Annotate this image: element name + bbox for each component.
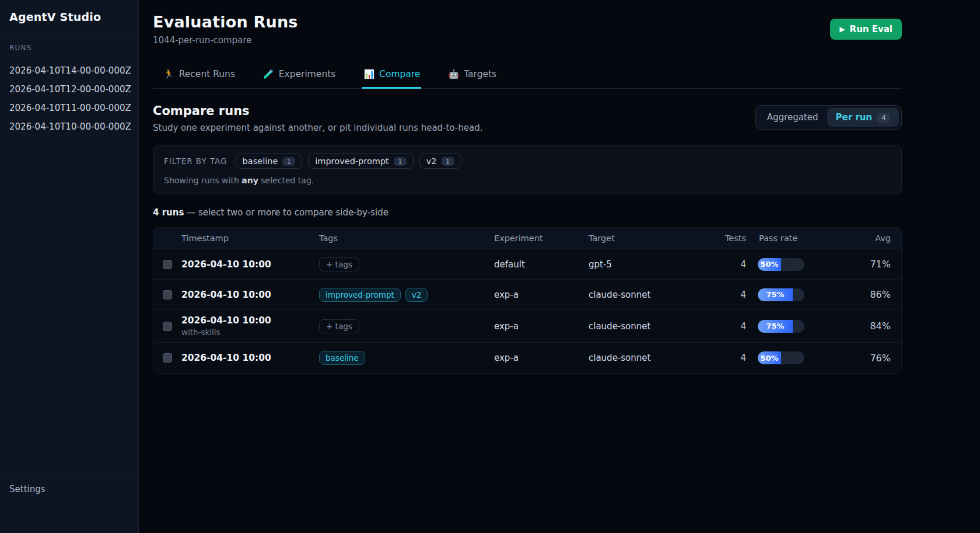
filter-tag-count: 1	[282, 157, 295, 166]
tab-targets[interactable]: 🤖Targets	[447, 63, 498, 89]
filter-hint-prefix: Showing runs with	[164, 176, 242, 185]
add-tags-button[interactable]: + tags	[319, 257, 359, 271]
target-cell: claude-sonnet	[589, 353, 714, 363]
app-title: AgentV Studio	[0, 0, 138, 33]
run-eval-button[interactable]: ▶ Run Eval	[830, 19, 902, 40]
avg-cell: 76%	[816, 353, 891, 364]
filter-tag-name: v2	[426, 156, 437, 166]
run-tag-v2[interactable]: v2	[405, 288, 428, 302]
pass-rate-fill: 50%	[758, 258, 781, 271]
filter-label: FILTER BY TAG	[164, 156, 228, 166]
add-tags-button[interactable]: + tags	[319, 319, 359, 333]
col-tags: Tags	[319, 234, 494, 243]
table-row: 2026-04-10 10:00with-skills+ tagsexp-acl…	[153, 310, 901, 343]
experiment-cell: exp-a	[494, 353, 589, 363]
pass-rate-label: 50%	[760, 260, 778, 269]
pass-rate-label: 75%	[766, 322, 784, 330]
avg-cell: 84%	[816, 321, 891, 332]
filter-tag-improved-prompt[interactable]: improved-prompt1	[308, 154, 414, 169]
row-checkbox[interactable]	[163, 322, 172, 331]
filter-tag-count: 1	[442, 157, 454, 166]
robot-icon: 🤖	[448, 69, 459, 79]
page-header: Evaluation Runs 1044-per-run-compare ▶ R…	[153, 13, 902, 46]
tags-cell: + tags	[319, 319, 494, 333]
tags-cell: baseline	[319, 351, 494, 365]
col-avg: Avg	[816, 234, 891, 243]
runs-summary-count: 4 runs	[153, 207, 184, 218]
pass-rate-cell: 75%	[746, 320, 816, 333]
avg-cell: 86%	[816, 289, 891, 300]
run-eval-label: Run Eval	[850, 24, 892, 34]
row-timestamp: 2026-04-10 10:00	[181, 259, 319, 270]
table-body: 2026-04-10 10:00+ tagsdefaultgpt-5450%71…	[153, 249, 901, 373]
tags-cell: + tags	[319, 257, 494, 271]
pass-rate-cell: 50%	[746, 351, 816, 364]
avg-cell: 71%	[816, 259, 891, 270]
filter-tag-count: 1	[394, 157, 407, 166]
row-subtitle: with-skills	[181, 328, 319, 337]
checkbox-cell	[153, 260, 181, 269]
sidebar-run-item[interactable]: 2026-04-10T12-00-00-000Z	[9, 80, 129, 99]
runs-summary-text: — select two or more to compare side-by-…	[184, 207, 388, 218]
pass-rate-label: 50%	[760, 354, 778, 363]
pass-rate-bar: 75%	[758, 320, 804, 333]
runs-summary: 4 runs — select two or more to compare s…	[153, 207, 902, 218]
filter-tag-baseline[interactable]: baseline1	[236, 154, 303, 169]
timestamp-cell: 2026-04-10 10:00	[181, 347, 319, 368]
runs-table: Timestamp Tags Experiment Target Tests P…	[153, 227, 902, 374]
run-tag-baseline[interactable]: baseline	[319, 351, 365, 365]
pass-rate-label: 75%	[766, 290, 784, 299]
col-target: Target	[589, 234, 714, 243]
page-title: Evaluation Runs	[153, 13, 902, 31]
main-area: Evaluation Runs 1044-per-run-compare ▶ R…	[139, 0, 980, 533]
tags-cell: improved-promptv2	[319, 288, 494, 302]
row-checkbox[interactable]	[163, 353, 172, 363]
settings-link[interactable]: Settings	[0, 476, 138, 533]
tab-experiments[interactable]: 🧪Experiments	[262, 63, 337, 89]
experiment-cell: exp-a	[494, 290, 589, 300]
tests-cell: 4	[714, 290, 746, 300]
pass-rate-fill: 75%	[758, 288, 793, 301]
filter-tag-v2[interactable]: v21	[419, 154, 461, 169]
runner-icon: 🏃	[163, 69, 174, 79]
row-timestamp: 2026-04-10 10:00	[181, 353, 319, 363]
timestamp-cell: 2026-04-10 10:00	[181, 284, 319, 305]
checkbox-cell	[153, 322, 181, 331]
tests-cell: 4	[714, 321, 746, 332]
checkbox-cell	[153, 353, 181, 363]
timestamp-cell: 2026-04-10 10:00	[181, 254, 319, 275]
sidebar-run-item[interactable]: 2026-04-10T11-00-00-000Z	[9, 99, 129, 117]
sidebar-run-item[interactable]: 2026-04-10T10-00-00-000Z	[9, 117, 129, 136]
col-tests: Tests	[714, 234, 746, 243]
run-tag-improved-prompt[interactable]: improved-prompt	[319, 288, 401, 302]
pass-rate-bar: 50%	[758, 351, 804, 364]
view-mode-toggle: Aggregated Per run 4	[755, 105, 902, 130]
tests-cell: 4	[714, 353, 746, 363]
sidebar-run-item[interactable]: 2026-04-10T14-00-00-000Z	[9, 61, 129, 80]
toggle-aggregated[interactable]: Aggregated	[758, 108, 827, 127]
runs-section: RUNS 2026-04-10T14-00-00-000Z2026-04-10T…	[0, 33, 138, 136]
run-list: 2026-04-10T14-00-00-000Z2026-04-10T12-00…	[9, 61, 129, 136]
tests-cell: 4	[714, 259, 746, 270]
filter-tag-list: baseline1improved-prompt1v21	[236, 154, 461, 169]
pass-rate-fill: 75%	[758, 320, 793, 333]
tab-label: Targets	[464, 69, 496, 79]
row-timestamp: 2026-04-10 10:00	[181, 290, 319, 300]
compare-title: Compare runs	[153, 104, 483, 118]
filter-hint-bold: any	[242, 176, 258, 185]
compare-subtitle: Study one experiment against another, or…	[153, 123, 483, 133]
toggle-per-run[interactable]: Per run 4	[827, 108, 900, 127]
filter-hint: Showing runs with any selected tag.	[164, 176, 891, 185]
tab-recent-runs[interactable]: 🏃Recent Runs	[162, 63, 236, 89]
test-tube-icon: 🧪	[263, 69, 274, 79]
tab-bar: 🏃Recent Runs🧪Experiments📊Compare🤖Targets	[153, 63, 902, 89]
pass-rate-cell: 75%	[746, 288, 816, 301]
tab-compare[interactable]: 📊Compare	[362, 63, 421, 89]
col-timestamp: Timestamp	[181, 234, 319, 243]
checkbox-cell	[153, 290, 181, 299]
row-checkbox[interactable]	[163, 290, 172, 299]
row-checkbox[interactable]	[163, 260, 172, 269]
sidebar: AgentV Studio RUNS 2026-04-10T14-00-00-0…	[0, 0, 139, 533]
table-header-row: Timestamp Tags Experiment Target Tests P…	[153, 228, 901, 249]
tab-label: Experiments	[279, 69, 336, 79]
